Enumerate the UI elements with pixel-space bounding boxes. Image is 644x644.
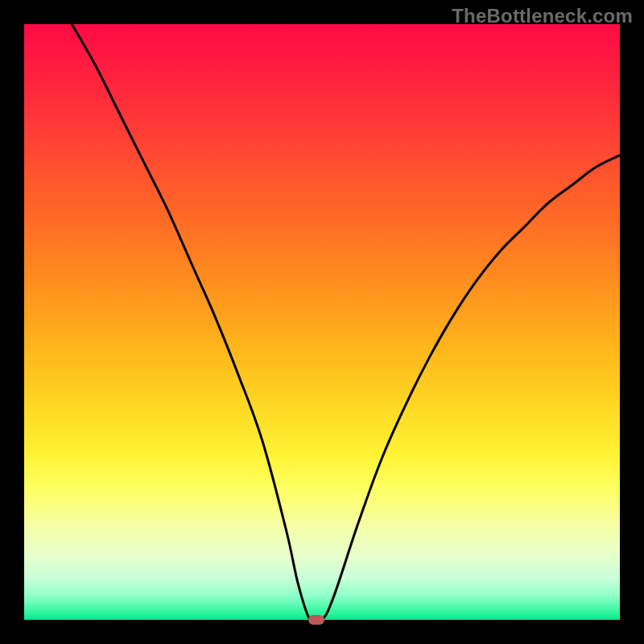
bottleneck-curve-svg	[24, 24, 620, 620]
bottleneck-curve-path	[72, 24, 620, 620]
optimal-marker	[308, 615, 324, 625]
watermark-label: TheBottleneck.com	[452, 5, 633, 27]
chart-frame: TheBottleneck.com	[0, 0, 644, 644]
